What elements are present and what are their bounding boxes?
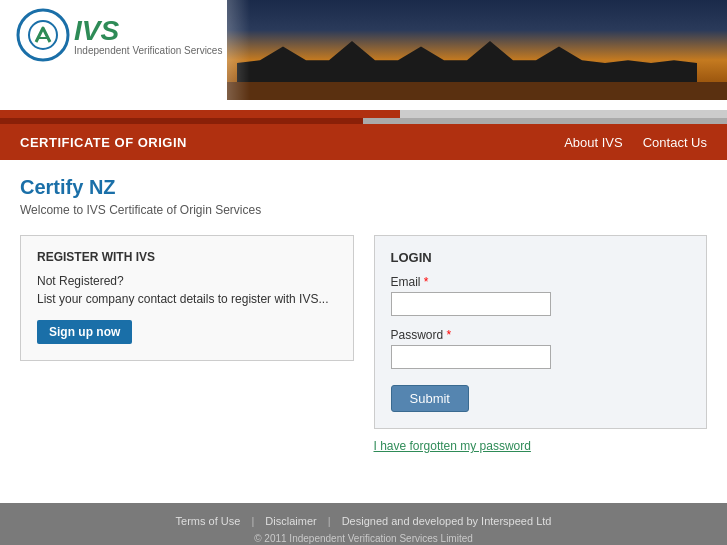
- footer: Terms of Use | Disclaimer | Designed and…: [0, 503, 727, 545]
- wave-divider: [0, 110, 727, 124]
- navbar-links: About IVS Contact Us: [564, 135, 707, 150]
- designed-by: Designed and developed by Interspeed Ltd: [342, 515, 552, 527]
- logo-area: IVS Independent Verification Services: [16, 8, 222, 62]
- page-subtitle: Welcome to IVS Certificate of Origin Ser…: [20, 203, 707, 217]
- password-label: Password *: [391, 328, 691, 342]
- divider-2: |: [328, 515, 331, 527]
- divider-1: |: [251, 515, 254, 527]
- register-panel: REGISTER WITH IVS Not Registered? List y…: [20, 235, 354, 361]
- login-panel-title: LOGIN: [391, 250, 691, 265]
- header-photo: [227, 0, 727, 100]
- register-line1: Not Registered?: [37, 274, 337, 288]
- svg-point-1: [29, 21, 57, 49]
- logo-subtitle: Independent Verification Services: [74, 45, 222, 56]
- logo-text: IVS: [74, 15, 119, 47]
- ivs-logo: IVS Independent Verification Services: [16, 8, 222, 62]
- page-title: Certify NZ: [20, 176, 707, 199]
- navbar-brand: CERTIFICATE OF ORIGIN: [20, 135, 187, 150]
- email-required: *: [421, 275, 429, 289]
- forgot-password-link[interactable]: I have forgotten my password: [374, 439, 531, 453]
- email-input[interactable]: [391, 292, 551, 316]
- email-label: Email *: [391, 275, 691, 289]
- email-group: Email *: [391, 275, 691, 316]
- password-required: *: [443, 328, 451, 342]
- submit-button[interactable]: Submit: [391, 385, 469, 412]
- about-ivs-link[interactable]: About IVS: [564, 135, 623, 150]
- page-content: Certify NZ Welcome to IVS Certificate of…: [0, 160, 727, 473]
- password-group: Password *: [391, 328, 691, 369]
- password-input[interactable]: [391, 345, 551, 369]
- register-line2: List your company contact details to reg…: [37, 292, 337, 306]
- login-panel: LOGIN Email * Password * Submit: [374, 235, 708, 429]
- svg-point-0: [18, 10, 68, 60]
- navbar: CERTIFICATE OF ORIGIN About IVS Contact …: [0, 124, 727, 160]
- logo-icon: [16, 8, 70, 62]
- panels: REGISTER WITH IVS Not Registered? List y…: [20, 235, 707, 429]
- forgot-password-container: I have forgotten my password: [374, 439, 708, 453]
- footer-links: Terms of Use | Disclaimer | Designed and…: [20, 515, 707, 527]
- disclaimer-link[interactable]: Disclaimer: [265, 515, 316, 527]
- footer-copyright: © 2011 Independent Verification Services…: [20, 533, 707, 544]
- header: IVS Independent Verification Services: [0, 0, 727, 110]
- terms-link[interactable]: Terms of Use: [176, 515, 241, 527]
- signup-button[interactable]: Sign up now: [37, 320, 132, 344]
- contact-us-link[interactable]: Contact Us: [643, 135, 707, 150]
- register-panel-title: REGISTER WITH IVS: [37, 250, 337, 264]
